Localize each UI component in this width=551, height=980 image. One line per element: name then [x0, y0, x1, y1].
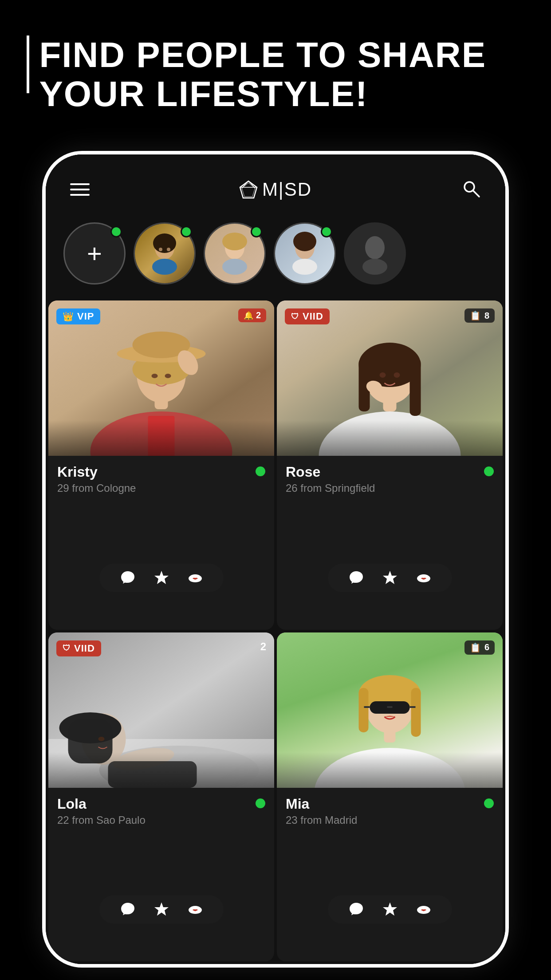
story-item-3[interactable]: [274, 222, 336, 285]
svg-point-40: [394, 372, 400, 378]
svg-point-17: [292, 259, 317, 275]
svg-rect-58: [359, 688, 369, 732]
logo-text: M|SD: [262, 179, 312, 200]
chat-button-kristy[interactable]: [120, 570, 136, 586]
svg-rect-65: [410, 706, 416, 708]
online-status-lola: [256, 798, 265, 808]
menu-button[interactable]: [70, 183, 90, 196]
star-button-kristy[interactable]: [153, 570, 169, 586]
story-item-2[interactable]: [204, 222, 266, 285]
menu-line-2: [70, 189, 90, 190]
chat-button-rose[interactable]: [348, 570, 364, 586]
svg-point-62: [392, 702, 404, 713]
action-bar-mia: [328, 895, 452, 924]
stories-row: +: [46, 213, 505, 298]
photo-overlay-lola: [48, 752, 274, 788]
profile-name-rose: Rose: [286, 464, 375, 480]
vip-label: VIP: [77, 311, 94, 322]
profile-card-kristy[interactable]: 👑 VIP 🔔 2: [48, 300, 274, 630]
svg-point-13: [222, 233, 247, 250]
star-icon-lola: [153, 901, 169, 917]
story-online-dot-add: [110, 226, 122, 237]
profile-info-lola: Lola 22 from Sao Paulo: [48, 788, 274, 836]
svg-point-8: [153, 233, 176, 253]
svg-rect-64: [364, 706, 370, 708]
story-online-dot-1: [181, 226, 192, 237]
svg-point-16: [293, 232, 316, 251]
msg-count-rose: 8: [484, 311, 489, 321]
star-button-mia[interactable]: [382, 901, 398, 917]
msg-count-mia: 6: [484, 642, 489, 652]
notif-badge-kristy: 🔔 2: [238, 308, 266, 322]
lips-icon-kristy: [187, 570, 203, 586]
svg-rect-38: [410, 358, 421, 416]
bell-icon: 🔔: [244, 311, 253, 320]
chat-icon-mia: [348, 901, 364, 917]
shield-icon-rose: 🛡: [291, 312, 299, 321]
menu-line-3: [70, 194, 90, 196]
profile-location-mia: 23 from Madrid: [286, 814, 357, 826]
viid-badge-rose: 🛡 VIID: [285, 308, 330, 324]
chat-icon-lola: [120, 901, 136, 917]
svg-point-11: [152, 259, 177, 275]
star-icon-rose: [382, 570, 398, 586]
lips-button-rose[interactable]: [416, 570, 432, 586]
svg-point-10: [167, 248, 170, 251]
online-status-mia: [484, 798, 494, 808]
lips-button-lola[interactable]: [187, 901, 203, 917]
doc-icon-mia: 📋: [470, 642, 481, 653]
svg-point-14: [222, 259, 247, 275]
star-icon-kristy: [153, 570, 169, 586]
profiles-grid: 👑 VIP 🔔 2: [46, 298, 505, 964]
star-button-rose[interactable]: [382, 570, 398, 586]
avatar-silhouette-3: [285, 229, 325, 278]
lips-button-kristy[interactable]: [187, 570, 203, 586]
tagline-text: FIND PEOPLE TO SHARE YOUR LIFESTYLE!: [39, 36, 486, 114]
svg-point-49: [98, 737, 105, 741]
profile-location-rose: 26 from Springfield: [286, 482, 375, 494]
card-image-mia: [277, 632, 503, 788]
lips-icon-rose: [416, 570, 432, 586]
msg-count-lola: 2: [260, 640, 266, 653]
tagline-block: FIND PEOPLE TO SHARE YOUR LIFESTYLE!: [27, 36, 524, 114]
chat-button-mia[interactable]: [348, 901, 364, 917]
logo-diamond-icon: [239, 180, 258, 199]
svg-line-6: [473, 190, 479, 197]
story-item-1[interactable]: [134, 222, 196, 285]
notif-count-kristy: 2: [256, 310, 261, 320]
svg-marker-66: [383, 902, 397, 916]
avatar-silhouette-1: [145, 229, 185, 278]
svg-point-28: [152, 374, 158, 378]
svg-point-39: [380, 372, 386, 378]
svg-point-29: [165, 374, 171, 378]
profile-name-lola: Lola: [57, 796, 146, 812]
star-icon-mia: [382, 901, 398, 917]
profile-location-kristy: 29 from Cologne: [57, 482, 136, 494]
photo-overlay-mia: [277, 752, 503, 788]
story-item-4[interactable]: [344, 222, 406, 285]
chat-button-lola[interactable]: [120, 901, 136, 917]
lips-button-mia[interactable]: [416, 901, 432, 917]
profile-card-rose[interactable]: 🛡 VIID 📋 8: [277, 300, 503, 630]
profile-info-mia: Mia 23 from Madrid: [277, 788, 503, 836]
svg-rect-63: [387, 706, 393, 708]
phone-frame: M|SD +: [42, 151, 509, 968]
vip-badge-kristy: 👑 VIP: [56, 308, 100, 324]
add-story-button[interactable]: +: [63, 222, 126, 285]
add-icon: +: [87, 241, 102, 266]
profile-card-lola[interactable]: 🛡 VIID 2: [48, 632, 274, 962]
story-online-dot-3: [321, 226, 332, 237]
msg-badge-mia: 📋 6: [464, 640, 495, 655]
viid-badge-lola: 🛡 VIID: [56, 640, 101, 656]
search-button[interactable]: [461, 179, 481, 200]
app-content: M|SD +: [46, 154, 505, 964]
photo-overlay-rose: [277, 420, 503, 456]
star-button-lola[interactable]: [153, 901, 169, 917]
tagline-line2: YOUR LIFESTYLE!: [39, 74, 368, 114]
profile-info-rose: Rose 26 from Springfield: [277, 456, 503, 504]
chat-icon-rose: [348, 570, 364, 586]
lips-icon-mia: [416, 901, 432, 917]
action-bar-kristy: [99, 564, 224, 592]
profile-card-mia[interactable]: 📋 6: [277, 632, 503, 962]
svg-marker-52: [154, 902, 169, 916]
